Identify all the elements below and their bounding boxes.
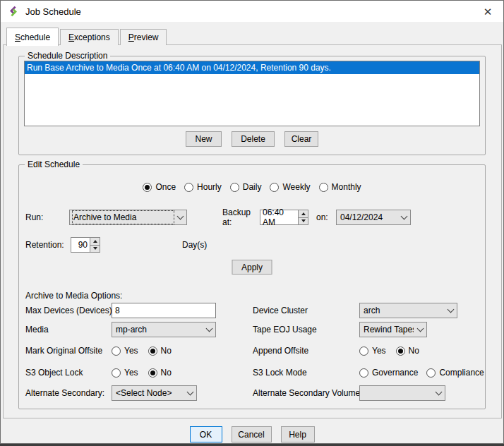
alternate-secondary-volume-label: Alternate Secondary Volume: xyxy=(253,385,362,401)
run-select[interactable]: Archive to Media xyxy=(69,210,187,225)
radio-weekly-label: Weekly xyxy=(282,182,310,192)
radio-label: Compliance xyxy=(439,368,484,378)
radio-label: Yes xyxy=(372,346,386,356)
schedule-description-group: Schedule Description Run Base Archive to… xyxy=(18,56,486,155)
append-offsite-no[interactable]: No xyxy=(396,346,419,356)
run-select-value: Archive to Media xyxy=(73,211,174,224)
alternate-secondary-row: Alternate Secondary: <Select Node> Alter… xyxy=(25,385,479,401)
radio-once-circle[interactable] xyxy=(143,183,152,192)
s3-object-lock-label: S3 Object Lock xyxy=(25,365,83,380)
schedule-description-group-label: Schedule Description xyxy=(25,51,110,61)
device-cluster-select[interactable]: arch xyxy=(359,303,457,318)
spin-up-icon[interactable] xyxy=(299,210,308,218)
tape-eoj-usage-select[interactable]: Rewind Tapes xyxy=(359,322,427,337)
chevron-down-icon xyxy=(448,306,455,313)
max-devices-input[interactable]: 8 xyxy=(112,303,216,318)
new-button[interactable]: New xyxy=(186,131,222,147)
cancel-button[interactable]: Cancel xyxy=(232,426,272,442)
media-select[interactable]: mp-arch xyxy=(112,322,216,337)
mark-original-offsite-label: Mark Original Offsite xyxy=(25,343,102,358)
schedule-list-item[interactable]: Run Base Archive to Media Once at 06:40 … xyxy=(25,61,479,74)
mark-original-offsite-radios: Yes No xyxy=(112,343,172,358)
radio-weekly-circle[interactable] xyxy=(270,183,279,192)
mark-original-offsite-yes[interactable]: Yes xyxy=(112,346,138,356)
radio-weekly[interactable]: Weekly xyxy=(270,182,310,192)
alternate-secondary-label: Alternate Secondary: xyxy=(25,385,104,401)
ok-button[interactable]: OK xyxy=(190,426,222,442)
radio-circle[interactable] xyxy=(148,368,157,378)
mark-original-offsite-no[interactable]: No xyxy=(148,346,172,356)
alternate-secondary-select[interactable]: <Select Node> xyxy=(112,385,197,401)
tab-exceptions[interactable]: Exceptions xyxy=(60,29,119,45)
radio-circle[interactable] xyxy=(359,346,368,356)
tab-schedule-label: Schedule xyxy=(15,32,50,42)
schedule-description-list[interactable]: Run Base Archive to Media Once at 06:40 … xyxy=(24,61,480,126)
job-schedule-dialog: Job Schedule ✕ Schedule Exceptions Previ… xyxy=(0,0,504,444)
append-offsite-radios: Yes No xyxy=(359,343,419,358)
spin-up-icon[interactable] xyxy=(90,238,100,246)
retention-spin-buttons[interactable] xyxy=(90,238,100,252)
radio-circle[interactable] xyxy=(359,368,368,378)
retention-spinner[interactable]: 90 xyxy=(71,237,100,253)
footer-button-row: OK Cancel Help xyxy=(1,426,503,442)
s3-object-lock-radios: Yes No xyxy=(112,365,172,380)
run-label: Run: xyxy=(25,212,69,222)
chevron-down-icon xyxy=(417,325,424,332)
tab-exceptions-label: Exceptions xyxy=(68,32,110,42)
clear-button[interactable]: Clear xyxy=(284,131,318,147)
radio-hourly-circle[interactable] xyxy=(184,183,193,192)
radio-label: Governance xyxy=(372,368,418,378)
title-bar: Job Schedule ✕ xyxy=(1,1,503,22)
spin-down-icon[interactable] xyxy=(299,218,308,225)
date-select[interactable]: 04/12/2024 xyxy=(336,210,411,225)
close-icon[interactable]: ✕ xyxy=(481,6,494,18)
radio-once-label: Once xyxy=(155,182,176,192)
radio-circle[interactable] xyxy=(112,368,121,378)
spin-down-icon[interactable] xyxy=(90,246,100,253)
radio-hourly[interactable]: Hourly xyxy=(184,182,222,192)
help-button[interactable]: Help xyxy=(281,426,315,442)
edit-schedule-group-label: Edit Schedule xyxy=(25,159,83,169)
radio-hourly-label: Hourly xyxy=(197,182,222,192)
tab-schedule[interactable]: Schedule xyxy=(6,28,59,46)
radio-label: No xyxy=(161,368,172,378)
app-logo-icon xyxy=(8,6,19,17)
edit-schedule-group: Edit Schedule Once Hourly Daily Weekly xyxy=(18,164,486,409)
tab-preview[interactable]: Preview xyxy=(120,29,167,45)
offsite-row: Mark Original Offsite Yes No Append Offs… xyxy=(25,343,479,358)
backup-at-label: Backup at: xyxy=(222,207,260,227)
apply-button[interactable]: Apply xyxy=(232,260,272,275)
max-devices-label: Max Devices (Devices) xyxy=(25,303,112,318)
radio-daily[interactable]: Daily xyxy=(230,182,262,192)
radio-label: No xyxy=(409,346,419,356)
append-offsite-yes[interactable]: Yes xyxy=(359,346,386,356)
chevron-down-icon xyxy=(436,389,443,396)
s3-lock-mode-compliance[interactable]: Compliance xyxy=(426,368,484,378)
alternate-secondary-volume-select[interactable] xyxy=(359,385,445,401)
tape-eoj-usage-label: Tape EOJ Usage xyxy=(253,322,317,337)
radio-circle[interactable] xyxy=(396,346,405,356)
backup-time-spinner[interactable]: 06:40 AM xyxy=(260,210,308,225)
radio-label: No xyxy=(161,346,172,356)
radio-once[interactable]: Once xyxy=(143,182,176,192)
radio-circle[interactable] xyxy=(426,368,436,378)
radio-monthly[interactable]: Monthly xyxy=(319,182,361,192)
s3-lock-mode-governance[interactable]: Governance xyxy=(359,368,418,378)
delete-button[interactable]: Delete xyxy=(232,131,275,147)
s3-object-lock-no[interactable]: No xyxy=(148,368,172,378)
window-title: Job Schedule xyxy=(25,6,81,17)
radio-monthly-circle[interactable] xyxy=(319,183,328,192)
schedule-tab-panel: Schedule Description Run Base Archive to… xyxy=(3,44,502,418)
chevron-down-icon xyxy=(206,325,213,332)
radio-label: Yes xyxy=(124,368,138,378)
s3-lock-mode-label: S3 Lock Mode xyxy=(253,365,307,380)
media-value: mp-arch xyxy=(115,323,203,336)
backup-time-value[interactable]: 06:40 AM xyxy=(260,210,298,224)
backup-time-spin-buttons[interactable] xyxy=(298,210,308,224)
radio-circle[interactable] xyxy=(112,346,121,356)
radio-daily-circle[interactable] xyxy=(230,183,239,192)
media-label: Media xyxy=(25,322,49,337)
s3-object-lock-yes[interactable]: Yes xyxy=(112,368,138,378)
radio-circle[interactable] xyxy=(148,346,157,356)
retention-value[interactable]: 90 xyxy=(71,238,90,252)
